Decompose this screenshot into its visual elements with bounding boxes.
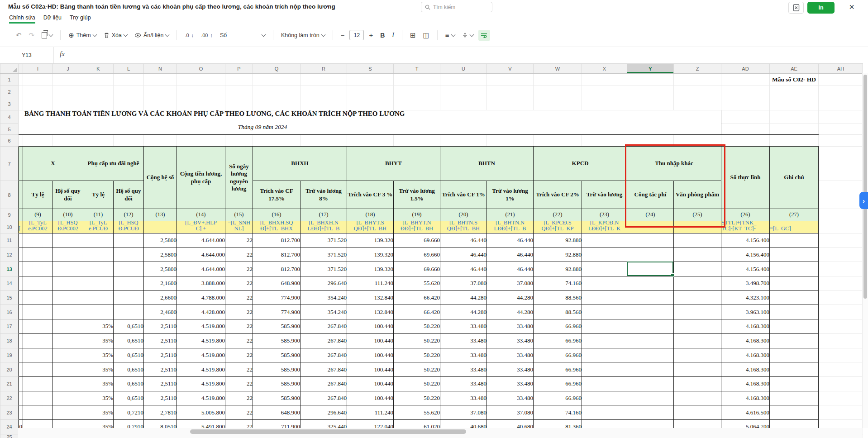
data-cell[interactable]: 267.840 (300, 319, 347, 334)
header-cell[interactable]: Số ngày hưởng nguyên lương (225, 147, 253, 209)
header-cell[interactable]: Số thực lĩnh (721, 147, 770, 209)
data-cell[interactable]: 66.960 (534, 348, 582, 362)
row-header-16[interactable]: 16 (0, 305, 19, 319)
data-cell[interactable]: 0,6510 (114, 333, 144, 348)
cell[interactable] (721, 98, 770, 110)
selected-cell-outline[interactable] (627, 262, 673, 276)
header-cell[interactable]: Trừ vào lương (582, 181, 627, 209)
data-cell[interactable]: 139.320 (347, 233, 394, 248)
index-cell[interactable]: (10) (53, 209, 83, 221)
data-cell[interactable]: 35% (83, 391, 114, 405)
column-header-L[interactable]: L (114, 64, 144, 74)
row-header-25[interactable]: 25 (0, 434, 19, 438)
cell[interactable] (19, 86, 23, 98)
data-cell[interactable]: 100.440 (347, 319, 394, 334)
data-cell[interactable]: 100.440 (347, 391, 394, 405)
data-cell[interactable] (627, 276, 674, 291)
data-cell[interactable]: 648.900 (253, 405, 300, 420)
data-cell[interactable] (582, 305, 627, 319)
row-header-9[interactable]: 9 (0, 209, 19, 221)
data-cell[interactable]: 50.220 (394, 391, 440, 405)
cell[interactable] (819, 86, 863, 98)
row-header-11[interactable]: 11 (0, 233, 19, 248)
menu-item-edit[interactable]: Chỉnh sửa (9, 14, 35, 24)
formula-cell[interactable]: [L_BHXH.NLĐĐ]+[TL_B (300, 221, 347, 233)
data-cell[interactable]: 4.644.000 (177, 248, 225, 262)
cell[interactable] (114, 86, 144, 98)
data-cell[interactable]: 66.420 (394, 290, 440, 305)
data-cell[interactable]: 4.519.800 (177, 391, 225, 405)
data-cell[interactable] (674, 391, 721, 405)
row-header-6[interactable]: 6 (0, 135, 19, 147)
data-cell[interactable] (770, 362, 819, 377)
cell[interactable] (819, 221, 863, 233)
cell[interactable] (253, 98, 300, 110)
data-cell[interactable]: 4.323.100 (721, 290, 770, 305)
data-cell[interactable] (23, 276, 53, 291)
column-header-AD[interactable]: AD (721, 64, 770, 74)
data-cell[interactable]: 0,6510 (114, 319, 144, 334)
column-header-K[interactable]: K (83, 64, 114, 74)
data-cell[interactable]: 22 (225, 276, 253, 291)
data-cell[interactable]: 44.280 (440, 290, 487, 305)
cell[interactable] (23, 74, 53, 86)
data-cell[interactable]: 139.320 (347, 262, 394, 276)
cell[interactable] (440, 86, 487, 98)
cell[interactable] (627, 86, 674, 98)
cell[interactable] (534, 135, 582, 147)
cell[interactable] (23, 98, 53, 110)
cell[interactable] (19, 276, 23, 291)
data-cell[interactable]: 3.963.100 (721, 305, 770, 319)
header-cell[interactable]: Trích vào CF 2% (534, 181, 582, 209)
increase-font-button[interactable]: + (367, 29, 375, 42)
row-header-19[interactable]: 19 (0, 348, 19, 362)
number-format-dropdown[interactable]: Số (218, 29, 267, 42)
cell[interactable] (83, 74, 114, 86)
data-cell[interactable] (770, 376, 819, 391)
cell[interactable] (819, 305, 863, 319)
index-cell[interactable]: (22) (534, 209, 582, 221)
data-cell[interactable] (53, 248, 83, 262)
data-cell[interactable] (582, 362, 627, 377)
header-cell[interactable]: Hệ số quy đổi (53, 181, 83, 209)
data-cell[interactable] (582, 405, 627, 420)
data-cell[interactable] (114, 262, 144, 276)
data-cell[interactable] (83, 248, 114, 262)
data-cell[interactable]: 50.220 (394, 376, 440, 391)
undo-button[interactable]: ↶ (14, 29, 24, 42)
data-cell[interactable]: 0,6510 (114, 362, 144, 377)
data-cell[interactable]: 774.900 (253, 290, 300, 305)
data-cell[interactable]: 0,6510 (114, 348, 144, 362)
data-cell[interactable] (114, 276, 144, 291)
formula-cell[interactable]: [L_BHTN.NLĐĐ]+[TL_B (487, 221, 534, 233)
data-cell[interactable]: 46.440 (440, 233, 487, 248)
data-cell[interactable] (23, 262, 53, 276)
data-cell[interactable]: 44.280 (487, 305, 534, 319)
header-cell[interactable]: Thu nhập khác (627, 147, 721, 181)
index-cell[interactable]: (18) (347, 209, 394, 221)
column-header-T[interactable]: T (394, 64, 440, 74)
data-cell[interactable]: 4.428.000 (177, 305, 225, 319)
index-cell[interactable]: (12) (114, 209, 144, 221)
horizontal-align-button[interactable]: ≡ (443, 29, 457, 42)
cell[interactable] (819, 376, 863, 391)
cell[interactable] (19, 333, 23, 348)
data-cell[interactable]: 371.520 (300, 233, 347, 248)
data-cell[interactable] (83, 233, 114, 248)
row-header-7[interactable]: 7 (0, 147, 19, 181)
data-cell[interactable]: 22 (225, 305, 253, 319)
data-cell[interactable]: 2,5110 (144, 333, 177, 348)
data-cell[interactable] (23, 248, 53, 262)
data-cell[interactable]: 4.616.500 (721, 405, 770, 420)
data-cell[interactable]: 2,5110 (144, 362, 177, 377)
formula-cell[interactable]: [L_HSQĐ.PC002 (53, 221, 83, 233)
cell[interactable] (819, 74, 863, 86)
data-cell[interactable]: 74.160 (534, 276, 582, 291)
column-header-AE[interactable]: AE (770, 64, 819, 74)
data-cell[interactable] (770, 333, 819, 348)
cell[interactable] (19, 305, 23, 319)
data-cell[interactable] (582, 319, 627, 334)
row-header-21[interactable]: 21 (0, 376, 19, 391)
data-cell[interactable]: 33.480 (440, 376, 487, 391)
data-cell[interactable]: 69.660 (394, 233, 440, 248)
